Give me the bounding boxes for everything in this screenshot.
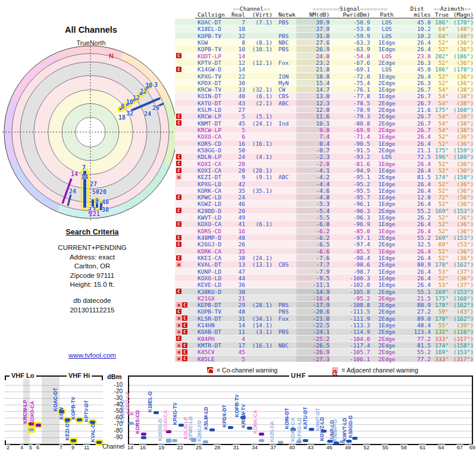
- criteria-line: Carlton, OR: [18, 262, 167, 271]
- distance-cell: 21.5: [403, 295, 431, 301]
- row-warning-markers: [175, 26, 195, 32]
- nm-db-cell: -5.4: [296, 208, 330, 214]
- nm-db-cell: 18.8: [296, 73, 330, 79]
- signal-callsign-label: K26GJ-D: [196, 420, 202, 442]
- dbm-tick-label: -20: [101, 388, 123, 395]
- signal-callsign-label: KOXO-CA: [29, 400, 35, 424]
- callsign-cell: K48MP-D: [195, 234, 231, 240]
- row-warning-markers: C: [175, 208, 195, 214]
- distance-cell: 26.4: [403, 275, 431, 281]
- network-cell: [273, 336, 296, 342]
- nm-db-cell: -20.6: [296, 308, 330, 314]
- real-channel-cell: 48: [231, 234, 245, 240]
- row-warning-markers: [175, 181, 195, 187]
- nm-db-cell: -22.5: [296, 322, 330, 328]
- radar-channel-label: 8: [121, 103, 124, 109]
- signal-bar: [209, 428, 215, 431]
- callsign-cell: KGWZ-LD: [195, 201, 231, 206]
- network-cell: ABC: [273, 174, 296, 180]
- channel-tick-label: 40: [289, 445, 296, 450]
- callsign-cell: KVAL-DT: [195, 261, 231, 267]
- path-cell: 1Edge: [370, 86, 403, 92]
- network-cell: CBS: [273, 261, 296, 267]
- radar-channel-label: 48: [102, 199, 109, 205]
- signal-bar: [309, 428, 314, 431]
- power-dbm-cell: -78.9: [330, 107, 370, 112]
- network-cell: PBS: [273, 308, 296, 314]
- network-cell: PBS: [273, 46, 296, 52]
- azimuth-true-cell: 54°: [431, 100, 449, 106]
- nm-db-cell: 11.6: [296, 113, 330, 119]
- nm-db-cell: 26.9: [296, 46, 330, 52]
- tvfool-link[interactable]: www.tvfool.com: [33, 352, 152, 359]
- azimuth-magn-cell: (153°): [449, 234, 474, 240]
- network-cell: PBS: [273, 328, 296, 334]
- row-warning-markers: [175, 147, 195, 153]
- signal-callsign-label: KWVT-LD: [342, 418, 347, 441]
- network-cell: [273, 107, 296, 112]
- row-warning-markers: C: [175, 194, 195, 200]
- real-channel-cell: 18: [231, 26, 245, 32]
- adjacent-warning-icon: a: [332, 367, 338, 373]
- azimuth-magn-cell: (36°): [449, 248, 474, 254]
- row-warning-markers: [175, 39, 195, 45]
- vhf-lo-section-label: VHF Lo: [10, 372, 36, 379]
- row-warning-markers: [175, 107, 195, 112]
- virtual-channel-cell: (7.1): [245, 19, 273, 25]
- signal-bar: [259, 439, 264, 442]
- distance-cell: 26.4: [403, 201, 431, 206]
- power-dbm-cell: -102.0: [330, 281, 370, 287]
- path-cell: 2Edge: [370, 349, 403, 355]
- azimuth-true-cell: 52°: [431, 187, 449, 193]
- radar-channel-label: 9: [95, 198, 99, 204]
- co-channel-warning-badge: C: [182, 323, 187, 328]
- callsign-cell: KRCW-TV: [195, 86, 231, 92]
- path-cell: 1Edge: [370, 46, 403, 52]
- path-cell: 1Edge: [370, 268, 403, 274]
- virtual-channel-cell: [245, 275, 273, 281]
- azimuth-magn-cell: (43°): [449, 308, 474, 314]
- azimuth-true-cell: 175°: [431, 147, 449, 153]
- azimuth-true-cell: 52°: [431, 39, 449, 45]
- real-channel-cell: 14: [231, 322, 245, 328]
- row-warning-markers: [175, 275, 195, 281]
- real-channel-cell: 44: [231, 275, 245, 281]
- signal-bar: [203, 440, 208, 443]
- distance-cell: 26.4: [403, 228, 431, 234]
- distance-cell: 26.2: [403, 214, 431, 220]
- virtual-channel-cell: (35.1): [245, 187, 273, 193]
- channel-tick-label: 61: [419, 445, 426, 450]
- signal-bar: [77, 418, 82, 421]
- co-channel-warning-badge: C: [182, 302, 187, 308]
- callsign-cell: KEPB-DT: [195, 302, 231, 308]
- signal-bar: [303, 439, 308, 442]
- radar-channel-label: 14: [71, 171, 78, 177]
- nm-db-cell: -4.8: [296, 194, 330, 200]
- distance-cell: 27.2: [403, 308, 431, 314]
- azimuth-magn-cell: (36°): [449, 167, 474, 173]
- distance-cell: 77.2: [403, 356, 431, 362]
- real-channel-cell: 5: [231, 127, 245, 133]
- network-cell: NBC: [273, 39, 296, 45]
- adjacent-warning-badge: a: [176, 349, 181, 355]
- azimuth-magn-cell: (186°): [449, 53, 474, 59]
- azimuth-true-cell: 72°: [431, 194, 449, 200]
- callsign-cell: KEZI-DT: [195, 174, 231, 180]
- row-warning-markers: C: [175, 161, 195, 167]
- azimuth-magn-cell: (162°): [449, 261, 474, 267]
- real-channel-cell: 22: [231, 73, 245, 79]
- azimuth-magn-cell: (36°): [449, 60, 474, 65]
- distance-cell: 26.4: [403, 181, 431, 187]
- azimuth-true-cell: 169°: [431, 234, 449, 240]
- real-channel-cell: 24: [231, 194, 245, 200]
- nm-db-cell: -9.5: [296, 275, 330, 281]
- azimuth-true-cell: 174°: [431, 342, 449, 348]
- adjacent-warning-badge: a: [176, 356, 181, 361]
- nm-db-cell: -2.8: [296, 161, 330, 167]
- co-channel-legend-text: = Co-channel warning: [217, 367, 277, 374]
- row-warning-markers: [175, 133, 195, 139]
- nm-db-cell: -6.5: [296, 241, 330, 247]
- distance-cell: 81.5: [403, 342, 431, 348]
- signal-callsign-label: KPDX-DT: [221, 405, 227, 427]
- distance-cell: 10.2: [403, 26, 431, 32]
